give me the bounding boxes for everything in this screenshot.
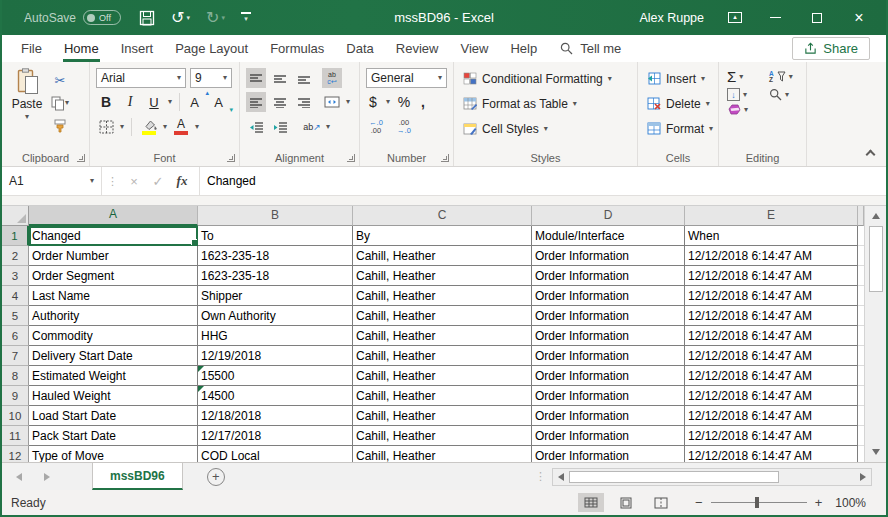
accounting-caret-icon[interactable]: ▾ xyxy=(386,98,390,106)
number-dialog-launcher[interactable] xyxy=(441,154,449,162)
cut-button[interactable]: ✂ xyxy=(50,70,70,90)
formula-bar-handle[interactable]: ⋮ xyxy=(102,167,123,195)
cell-A2[interactable]: Order Number xyxy=(29,246,198,266)
cell-D2[interactable]: Order Information xyxy=(532,246,685,266)
tab-review[interactable]: Review xyxy=(385,36,450,62)
fill-color-button[interactable] xyxy=(139,117,159,137)
collapse-ribbon-button[interactable] xyxy=(866,150,876,160)
row-header-1[interactable]: 1 xyxy=(2,226,29,246)
next-sheet-button[interactable] xyxy=(44,473,50,481)
vertical-scroll-thumb[interactable] xyxy=(869,226,883,292)
column-header-D[interactable]: D xyxy=(532,206,685,226)
cell-B2[interactable]: 1623-235-18 xyxy=(198,246,353,266)
cell-B1[interactable]: To xyxy=(198,226,353,246)
cell-A8[interactable]: Estimated Weight xyxy=(29,366,198,386)
cell-A10[interactable]: Load Start Date xyxy=(29,406,198,426)
delete-cells-button[interactable]: Delete ▾ xyxy=(640,91,716,116)
format-as-table-button[interactable]: Format as Table ▾ xyxy=(456,91,635,116)
tab-help[interactable]: Help xyxy=(499,36,548,62)
cell-C1[interactable]: By xyxy=(353,226,532,246)
new-sheet-button[interactable]: + xyxy=(207,468,225,486)
cell-B10[interactable]: 12/18/2018 xyxy=(198,406,353,426)
conditional-formatting-button[interactable]: Conditional Formatting ▾ xyxy=(456,66,635,91)
cell-E12[interactable]: 12/12/2018 6:14:47 AM xyxy=(685,446,858,462)
increase-decimal-button[interactable]: ←.0.00 xyxy=(366,117,386,137)
column-header-A[interactable]: A xyxy=(29,206,198,226)
vertical-scrollbar[interactable] xyxy=(864,206,886,462)
cell-D12[interactable]: Order Information xyxy=(532,446,685,462)
undo-button[interactable]: ↺▾ xyxy=(171,10,190,26)
cell-B5[interactable]: Own Authority xyxy=(198,306,353,326)
cell-styles-button[interactable]: Cell Styles ▾ xyxy=(456,116,635,141)
close-button[interactable]: × xyxy=(850,9,868,27)
borders-button[interactable] xyxy=(96,117,116,137)
cell-C10[interactable]: Cahill, Heather xyxy=(353,406,532,426)
cell-D8[interactable]: Order Information xyxy=(532,366,685,386)
cell-D9[interactable]: Order Information xyxy=(532,386,685,406)
page-layout-view-button[interactable] xyxy=(613,493,639,512)
font-name-select[interactable]: Arial▾ xyxy=(96,68,186,88)
underline-caret-icon[interactable]: ▾ xyxy=(168,98,172,106)
normal-view-button[interactable] xyxy=(578,493,604,512)
formula-input[interactable]: Changed xyxy=(200,167,886,195)
cell-D3[interactable]: Order Information xyxy=(532,266,685,286)
zoom-slider-thumb[interactable] xyxy=(755,497,759,508)
zoom-in-button[interactable]: + xyxy=(815,495,823,510)
tell-me-button[interactable]: Tell me xyxy=(560,41,621,56)
cell-D6[interactable]: Order Information xyxy=(532,326,685,346)
zoom-slider[interactable] xyxy=(711,502,807,503)
paste-button[interactable]: Paste ▾ xyxy=(8,66,46,136)
row-header-6[interactable]: 6 xyxy=(2,326,29,346)
column-header-E[interactable]: E xyxy=(685,206,858,226)
user-name[interactable]: Alex Ruppe xyxy=(639,11,704,25)
bold-button[interactable]: B xyxy=(96,92,116,112)
cell-A9[interactable]: Hauled Weight xyxy=(29,386,198,406)
cell-B6[interactable]: HHG xyxy=(198,326,353,346)
cell-A12[interactable]: Type of Move xyxy=(29,446,198,462)
cell-A1[interactable]: Changed xyxy=(29,226,198,246)
copy-button[interactable]: ▾ xyxy=(50,93,70,113)
cell-E10[interactable]: 12/12/2018 6:14:47 AM xyxy=(685,406,858,426)
cell-E3[interactable]: 12/12/2018 6:14:47 AM xyxy=(685,266,858,286)
cell-C8[interactable]: Cahill, Heather xyxy=(353,366,532,386)
cell-C7[interactable]: Cahill, Heather xyxy=(353,346,532,366)
merge-center-button[interactable] xyxy=(322,92,342,112)
orientation-caret-icon[interactable]: ▾ xyxy=(326,123,330,131)
cell-B3[interactable]: 1623-235-18 xyxy=(198,266,353,286)
page-break-view-button[interactable] xyxy=(648,493,674,512)
cell-E1[interactable]: When xyxy=(685,226,858,246)
cell-A7[interactable]: Delivery Start Date xyxy=(29,346,198,366)
row-header-3[interactable]: 3 xyxy=(2,266,29,286)
scroll-right-button[interactable] xyxy=(857,473,869,481)
horizontal-scroll-thumb[interactable] xyxy=(569,471,779,483)
cancel-entry-button[interactable]: × xyxy=(123,174,145,189)
cell-D5[interactable]: Order Information xyxy=(532,306,685,326)
decrease-indent-button[interactable] xyxy=(246,117,266,137)
cell-C12[interactable]: Cahill, Heather xyxy=(353,446,532,462)
comma-style-button[interactable]: , xyxy=(418,92,428,112)
cell-A6[interactable]: Commodity xyxy=(29,326,198,346)
align-bottom-button[interactable] xyxy=(294,68,314,88)
cell-E11[interactable]: 12/12/2018 6:14:47 AM xyxy=(685,426,858,446)
cell-C9[interactable]: Cahill, Heather xyxy=(353,386,532,406)
insert-cells-button[interactable]: Insert ▾ xyxy=(640,66,716,91)
maximize-button[interactable] xyxy=(808,9,826,27)
column-header-B[interactable]: B xyxy=(198,206,353,226)
wrap-text-button[interactable]: abc↩ xyxy=(322,68,342,88)
cell-A3[interactable]: Order Segment xyxy=(29,266,198,286)
merge-center-caret-icon[interactable]: ▾ xyxy=(346,98,350,106)
tab-page-layout[interactable]: Page Layout xyxy=(164,36,259,62)
clipboard-dialog-launcher[interactable] xyxy=(77,154,85,162)
format-painter-button[interactable] xyxy=(50,116,70,136)
alignment-dialog-launcher[interactable] xyxy=(347,154,355,162)
decrease-decimal-button[interactable]: .00→.0 xyxy=(394,117,414,137)
zoom-level[interactable]: 100% xyxy=(835,496,866,510)
font-color-caret-icon[interactable]: ▾ xyxy=(195,123,199,131)
autosave-switch-icon[interactable]: Off xyxy=(83,10,121,25)
name-box-caret-icon[interactable]: ▾ xyxy=(90,177,94,185)
cell-C4[interactable]: Cahill, Heather xyxy=(353,286,532,306)
row-header-11[interactable]: 11 xyxy=(2,426,29,446)
font-color-button[interactable]: A xyxy=(171,117,191,137)
orientation-button[interactable]: ab↗ xyxy=(302,117,322,137)
horizontal-scrollbar[interactable]: ⋮ xyxy=(535,463,886,490)
